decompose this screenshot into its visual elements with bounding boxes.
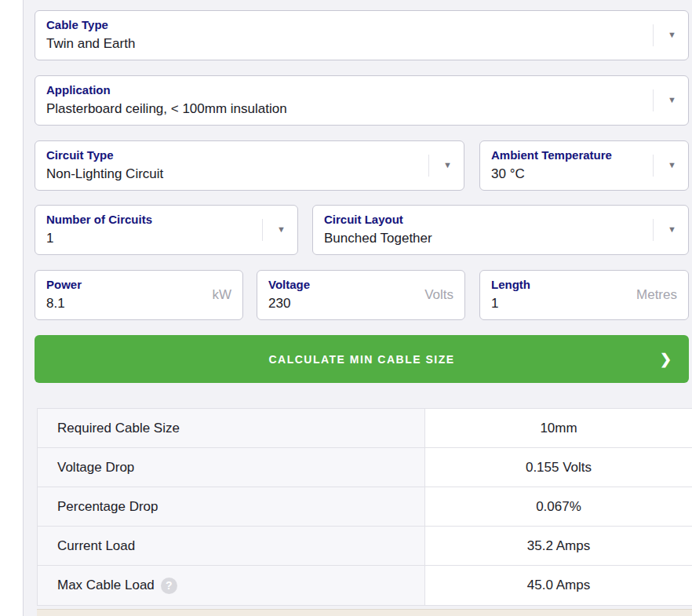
calculate-button-label: CALCULATE MIN CABLE SIZE (268, 353, 454, 366)
circuit-type-value: Non-Lighting Circuit (46, 166, 163, 182)
help-icon[interactable]: ? (161, 578, 177, 594)
result-value: 45.0 Amps (425, 566, 692, 605)
result-label: Percentage Drop (38, 487, 425, 526)
chevron-down-icon[interactable]: ▼ (443, 161, 452, 169)
power-field[interactable]: Power kW (35, 270, 243, 320)
result-value: 35.2 Amps (425, 527, 692, 565)
table-row: Required Cable Size 10mm (38, 409, 692, 448)
chevron-down-icon[interactable]: ▼ (668, 31, 676, 39)
voltage-field[interactable]: Voltage Volts (257, 270, 465, 320)
voltage-unit: Volts (424, 287, 453, 303)
power-input[interactable] (46, 296, 170, 312)
number-of-circuits-label: Number of Circuits (46, 213, 152, 226)
ambient-temperature-value: 30 °C (491, 166, 525, 182)
power-label: Power (46, 278, 82, 291)
table-row: Percentage Drop 0.067% (38, 487, 692, 527)
select-divider (653, 89, 654, 111)
result-value: 0.155 Volts (425, 448, 692, 487)
length-label: Length (491, 278, 530, 291)
voltage-input[interactable] (268, 296, 392, 312)
circuit-layout-label: Circuit Layout (324, 213, 403, 226)
number-of-circuits-value: 1 (46, 231, 53, 246)
result-label-text: Max Cable Load (57, 578, 155, 593)
select-divider (653, 219, 654, 241)
ambient-temperature-label: Ambient Temperature (491, 148, 612, 162)
chevron-down-icon[interactable]: ▼ (668, 96, 676, 104)
select-divider (653, 155, 654, 177)
chevron-down-icon[interactable]: ▼ (668, 161, 676, 169)
voltage-label: Voltage (268, 278, 310, 291)
circuit-layout-select[interactable]: Circuit Layout Bunched Together ▼ (312, 205, 689, 255)
cable-type-select[interactable]: Cable Type Twin and Earth ▼ (35, 10, 689, 60)
results-table: Required Cable Size 10mm Voltage Drop 0.… (37, 408, 692, 606)
cable-type-value: Twin and Earth (46, 36, 135, 52)
chevron-down-icon[interactable]: ▼ (668, 225, 676, 234)
circuit-type-label: Circuit Type (46, 148, 114, 162)
table-row: Max Cable Load ? 45.0 Amps (38, 566, 692, 605)
result-value: 0.067% (425, 487, 692, 526)
chevron-right-icon: ❯ (660, 351, 672, 368)
circuit-type-select[interactable]: Circuit Type Non-Lighting Circuit ▼ (35, 140, 464, 191)
table-row: Current Load 35.2 Amps (38, 527, 692, 566)
result-label: Max Cable Load ? (38, 566, 425, 605)
result-label: Required Cable Size (38, 409, 425, 447)
number-of-circuits-select[interactable]: Number of Circuits 1 ▼ (35, 205, 298, 255)
result-label: Current Load (38, 527, 425, 565)
cable-size-calculator: Cable Type Twin and Earth ▼ Application … (0, 0, 692, 616)
circuit-layout-value: Bunched Together (324, 231, 432, 246)
application-select[interactable]: Application Plasterboard ceiling, < 100m… (35, 75, 689, 126)
calculate-min-cable-size-button[interactable]: CALCULATE MIN CABLE SIZE ❯ (35, 335, 689, 383)
cable-type-label: Cable Type (46, 18, 108, 31)
select-divider (262, 219, 263, 241)
select-divider (653, 24, 654, 46)
power-unit: kW (212, 287, 231, 303)
application-label: Application (46, 83, 111, 97)
next-section-strip (37, 609, 692, 616)
ambient-temperature-select[interactable]: Ambient Temperature 30 °C ▼ (479, 140, 689, 191)
application-value: Plasterboard ceiling, < 100mm insulation (46, 101, 287, 117)
select-divider (428, 155, 429, 177)
table-row: Voltage Drop 0.155 Volts (38, 448, 692, 487)
length-field[interactable]: Length Metres (479, 270, 689, 320)
length-input[interactable] (491, 296, 616, 312)
result-label: Voltage Drop (38, 448, 425, 487)
result-value: 10mm (425, 409, 692, 447)
chevron-down-icon[interactable]: ▼ (277, 225, 286, 234)
length-unit: Metres (636, 287, 677, 303)
